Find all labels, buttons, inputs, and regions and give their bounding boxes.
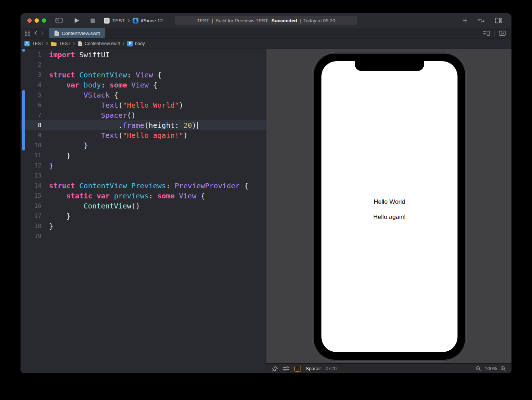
jump-bar: TEST TEST ContentView.swif (21, 39, 511, 49)
pin-preview-button[interactable] (272, 365, 278, 372)
preview-text-hello-again: Hello again! (373, 214, 406, 221)
code-lines: 1import SwiftUI23struct ContentView: Vie… (21, 50, 266, 241)
sidebar-icon (55, 18, 63, 23)
spacer-selection-icon: ↔ (294, 366, 301, 372)
preview-settings-button[interactable] (283, 366, 290, 371)
sliders-icon (283, 366, 290, 371)
go-forward-button[interactable] (41, 31, 44, 35)
line-number: 14 (21, 181, 41, 191)
editor-options-button[interactable] (483, 31, 490, 36)
breadcrumb-label: TEST (59, 41, 71, 46)
code-line: 1import SwiftUI (21, 50, 266, 60)
iphone-screen: Hello World Hello again! (321, 61, 457, 352)
text-cursor (197, 122, 198, 129)
inspector-toggle-button[interactable] (495, 18, 502, 23)
change-bar[interactable] (22, 90, 25, 150)
chevron-right-icon (41, 31, 44, 35)
code-line: 14struct ContentView_Previews: PreviewPr… (21, 181, 266, 191)
code-line: 18} (21, 221, 266, 231)
status-project: TEST (197, 18, 209, 23)
preview-pane: Hello World Hello again! (266, 49, 511, 373)
code-line: 6 Text("Hello World") (21, 100, 266, 110)
zoom-out-button[interactable] (475, 366, 481, 372)
line-number: 15 (21, 191, 41, 201)
line-number: 11 (21, 150, 41, 161)
project-icon (24, 41, 30, 46)
editor-options-icon (483, 31, 490, 36)
activity-status[interactable]: TEST | Build for Previews TEST: Succeede… (175, 16, 357, 25)
code-line: 12} (21, 161, 266, 171)
tab-bar: ContentView.swift (21, 28, 511, 39)
stop-button[interactable] (90, 18, 95, 23)
preview-canvas[interactable]: Hello World Hello again! (266, 49, 511, 363)
zoom-level: 100% (484, 366, 497, 371)
main-split: 1import SwiftUI23struct ContentView: Vie… (21, 49, 511, 373)
destination-name: iPhone 12 (141, 18, 163, 23)
line-number: 3 (21, 70, 41, 80)
scheme-name: TEST (112, 18, 125, 23)
preview-text-hello-world: Hello World (374, 198, 405, 206)
source-editor[interactable]: 1import SwiftUI23struct ContentView: Vie… (21, 49, 266, 373)
property-icon: P (127, 41, 133, 46)
navigator-toggle-button[interactable] (55, 18, 63, 23)
code-review-button[interactable] (477, 18, 485, 23)
line-number: 12 (21, 161, 41, 171)
breadcrumb-group[interactable]: TEST (51, 41, 71, 46)
iphone-device-frame: Hello World Hello again! (312, 52, 467, 361)
line-number: 2 (21, 60, 41, 70)
line-number: 4 (21, 80, 41, 90)
run-button[interactable] (74, 18, 80, 23)
chevron-left-icon (34, 31, 37, 35)
code-line: 10 } (21, 140, 266, 150)
breadcrumb-project[interactable]: TEST (24, 41, 44, 46)
breadcrumb-file[interactable]: ContentView.swift (78, 41, 120, 46)
line-number: 19 (21, 231, 41, 241)
add-editor-button[interactable] (499, 31, 506, 36)
zoom-button[interactable] (42, 18, 46, 23)
code-line: 16 ContentView() (21, 201, 266, 211)
chevron-right-icon (73, 42, 75, 45)
code-line: 7 Spacer() (21, 110, 266, 120)
related-items-button[interactable] (25, 31, 30, 36)
code-line: 5 VStack { (21, 90, 266, 100)
swift-file-icon (54, 30, 59, 36)
preview-bottom-bar: ↔ Spacer 0×20 100% (266, 363, 511, 373)
zoom-out-icon (475, 366, 481, 372)
close-button[interactable] (27, 18, 32, 23)
toolbar: TEST iPhone 12 TEST | Build for Previews… (21, 13, 511, 28)
traffic-lights (27, 18, 46, 23)
line-number: 18 (21, 221, 41, 231)
code-line: 2 (21, 60, 266, 70)
scheme-selector[interactable]: TEST iPhone 12 (104, 18, 163, 24)
xcode-window: TEST iPhone 12 TEST | Build for Previews… (21, 13, 511, 373)
tab-contentview-swift[interactable]: ContentView.swift (49, 28, 105, 38)
breadcrumb-label: ContentView.swift (85, 41, 120, 46)
selection-size: 0×20 (326, 366, 337, 371)
pin-icon (272, 365, 278, 372)
stop-icon (90, 18, 95, 23)
chevron-right-icon (46, 42, 48, 45)
inspector-icon (495, 18, 502, 23)
minimize-button[interactable] (35, 18, 39, 23)
library-button[interactable] (463, 18, 468, 23)
status-time: Today at 09:20 (303, 18, 335, 23)
tab-label: ContentView.swift (62, 31, 100, 36)
status-action: Build for Previews TEST: (216, 18, 269, 23)
grid-icon (25, 31, 30, 36)
breadcrumb-label: body (135, 41, 145, 46)
zoom-in-button[interactable] (500, 366, 506, 372)
line-number: 16 (21, 201, 41, 211)
code-line: 13 (21, 171, 266, 181)
change-bar[interactable] (22, 49, 25, 52)
code-line: 19 (21, 231, 266, 241)
chevron-right-icon (127, 19, 130, 23)
breadcrumb-symbol[interactable]: P body (127, 41, 145, 46)
preview-content: Hello World Hello again! (321, 61, 457, 352)
code-line: 15 static var previews: some View { (21, 191, 266, 201)
app-icon (104, 18, 110, 24)
divider (494, 31, 495, 36)
code-line: 11 } (21, 150, 266, 161)
code-line: 8 .frame(height: 20) (21, 120, 266, 130)
compare-arrows-icon (477, 18, 485, 23)
go-back-button[interactable] (34, 31, 37, 35)
